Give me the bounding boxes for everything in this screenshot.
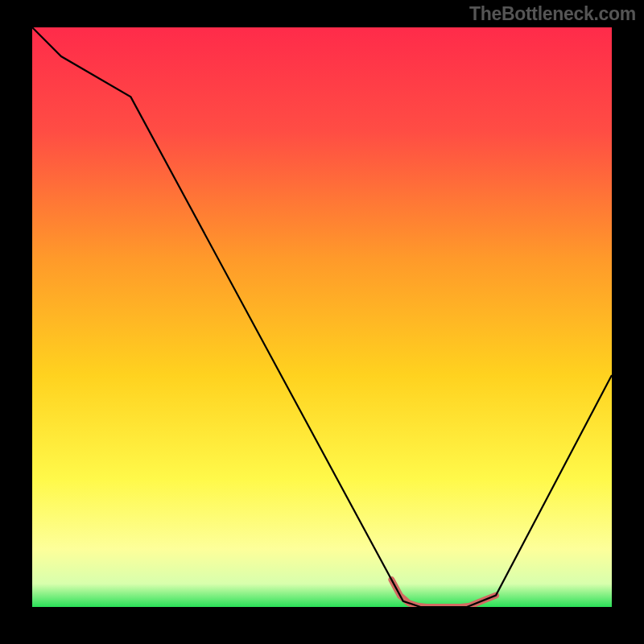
- watermark-text: TheBottleneck.com: [469, 3, 636, 25]
- chart-svg: [32, 27, 612, 607]
- chart-container: TheBottleneck.com: [0, 0, 644, 644]
- gradient-rect: [32, 27, 612, 607]
